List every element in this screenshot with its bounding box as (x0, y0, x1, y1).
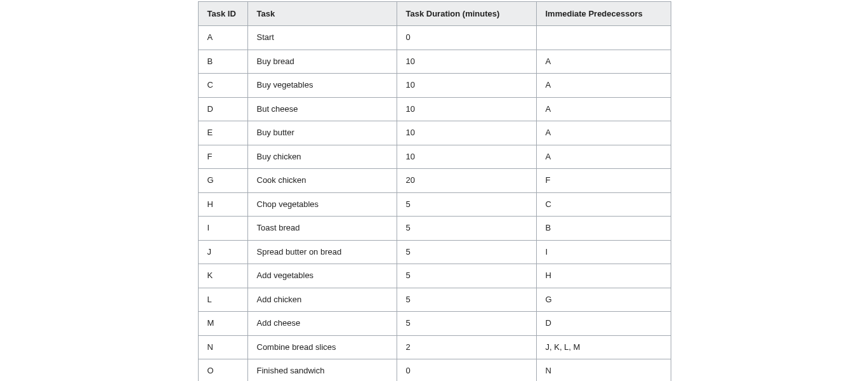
cell-task-id: I (198, 217, 247, 241)
cell-duration: 10 (397, 50, 536, 74)
cell-task-id: H (198, 192, 247, 217)
table-body: AStart0 BBuy bread10A CBuy vegetables10A… (198, 26, 671, 382)
cell-duration: 5 (397, 288, 536, 312)
table-row: MAdd cheese5D (198, 312, 671, 336)
cell-duration: 10 (397, 121, 536, 145)
cell-predecessors: A (536, 121, 671, 145)
cell-predecessors: J, K, L, M (536, 335, 671, 359)
cell-duration: 5 (397, 312, 536, 336)
task-table: Task ID Task Task Duration (minutes) Imm… (198, 1, 671, 381)
table-row: DBut cheese10A (198, 97, 671, 121)
table-row: KAdd vegetables5H (198, 264, 671, 288)
table-row: JSpread butter on bread5I (198, 240, 671, 264)
cell-predecessors: N (536, 359, 671, 382)
cell-task: Chop vegetables (247, 192, 397, 217)
col-header-duration: Task Duration (minutes) (397, 2, 536, 26)
cell-task: Toast bread (247, 217, 397, 241)
cell-predecessors: F (536, 169, 671, 193)
col-header-predecessors: Immediate Predecessors (536, 2, 671, 26)
cell-duration: 20 (397, 169, 536, 193)
col-header-task: Task (247, 2, 397, 26)
cell-duration: 5 (397, 192, 536, 217)
cell-task-id: D (198, 97, 247, 121)
cell-predecessors (536, 26, 671, 50)
table-row: BBuy bread10A (198, 50, 671, 74)
cell-duration: 0 (397, 26, 536, 50)
cell-task-id: B (198, 50, 247, 74)
cell-duration: 0 (397, 359, 536, 382)
table-row: EBuy butter10A (198, 121, 671, 145)
table-row: OFinished sandwich0N (198, 359, 671, 382)
col-header-task-id: Task ID (198, 2, 247, 26)
cell-task: But cheese (247, 97, 397, 121)
cell-task-id: K (198, 264, 247, 288)
cell-task: Spread butter on bread (247, 240, 397, 264)
cell-duration: 5 (397, 240, 536, 264)
cell-predecessors: H (536, 264, 671, 288)
cell-task: Add vegetables (247, 264, 397, 288)
cell-task: Start (247, 26, 397, 50)
cell-task: Add chicken (247, 288, 397, 312)
cell-task: Cook chicken (247, 169, 397, 193)
cell-task-id: M (198, 312, 247, 336)
cell-task: Add cheese (247, 312, 397, 336)
table-header: Task ID Task Task Duration (minutes) Imm… (198, 2, 671, 26)
table-row: GCook chicken20F (198, 169, 671, 193)
cell-task: Buy butter (247, 121, 397, 145)
cell-task: Buy chicken (247, 145, 397, 169)
table-row: NCombine bread slices2J, K, L, M (198, 335, 671, 359)
cell-duration: 10 (397, 97, 536, 121)
cell-task-id: N (198, 335, 247, 359)
cell-predecessors: C (536, 192, 671, 217)
cell-predecessors: D (536, 312, 671, 336)
cell-predecessors: A (536, 74, 671, 98)
cell-task-id: E (198, 121, 247, 145)
cell-task-id: O (198, 359, 247, 382)
cell-predecessors: A (536, 50, 671, 74)
cell-predecessors: G (536, 288, 671, 312)
cell-task-id: C (198, 74, 247, 98)
task-table-container: Task ID Task Task Duration (minutes) Imm… (198, 1, 671, 381)
cell-predecessors: I (536, 240, 671, 264)
cell-duration: 5 (397, 264, 536, 288)
cell-duration: 10 (397, 145, 536, 169)
cell-task-id: J (198, 240, 247, 264)
cell-task: Finished sandwich (247, 359, 397, 382)
cell-task-id: F (198, 145, 247, 169)
cell-task-id: G (198, 169, 247, 193)
table-row: FBuy chicken10A (198, 145, 671, 169)
table-header-row: Task ID Task Task Duration (minutes) Imm… (198, 2, 671, 26)
cell-duration: 2 (397, 335, 536, 359)
table-row: IToast bread5B (198, 217, 671, 241)
cell-task-id: A (198, 26, 247, 50)
cell-task: Buy bread (247, 50, 397, 74)
table-row: CBuy vegetables10A (198, 74, 671, 98)
table-row: LAdd chicken5G (198, 288, 671, 312)
cell-task-id: L (198, 288, 247, 312)
cell-predecessors: A (536, 145, 671, 169)
cell-predecessors: A (536, 97, 671, 121)
cell-duration: 10 (397, 74, 536, 98)
table-row: HChop vegetables5C (198, 192, 671, 217)
cell-task: Combine bread slices (247, 335, 397, 359)
cell-predecessors: B (536, 217, 671, 241)
cell-task: Buy vegetables (247, 74, 397, 98)
cell-duration: 5 (397, 217, 536, 241)
table-row: AStart0 (198, 26, 671, 50)
